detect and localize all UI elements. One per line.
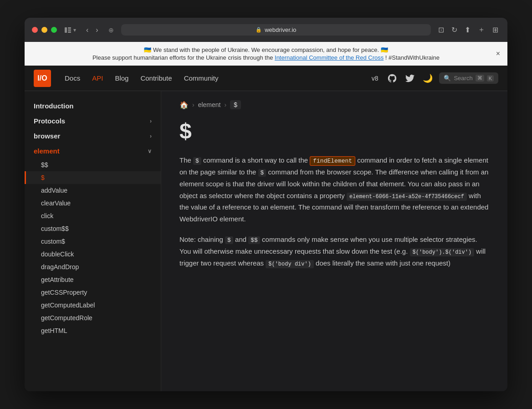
sidebar-sub-item-getcomputedlabel[interactable]: getComputedLabel	[25, 299, 161, 312]
sidebar-label-protocols: Protocols	[34, 117, 65, 125]
p2-code4: $('body div')	[266, 260, 314, 268]
page-title: $	[179, 118, 489, 143]
sidebar: Introduction Protocols › browser › eleme…	[25, 91, 161, 391]
p1-highlighted: findElement	[310, 156, 355, 166]
banner-text1: We stand with the people of Ukraine. We …	[153, 46, 379, 53]
minimize-button[interactable]	[41, 27, 47, 33]
chevron-right-icon: ›	[150, 133, 152, 139]
sidebar-sub-item-clearvalue[interactable]: clearValue	[25, 197, 161, 210]
banner-link[interactable]: International Committee of the Red Cross	[275, 54, 384, 61]
sidebar-sub-label: getHTML	[41, 327, 67, 334]
sidebar-sub-item-customdollar[interactable]: custom$$	[25, 222, 161, 235]
flag-left: 🇺🇦	[144, 46, 151, 53]
url-text: webdriver.io	[265, 26, 296, 33]
share-button[interactable]: ⬆	[463, 24, 472, 36]
p1-code2: $	[258, 169, 266, 177]
browser-window: ▾ ‹ › ⊕ 🔒 webdriver.io ⊡ ↻ ⬆ ＋ ⊞ 🇺🇦 We s…	[25, 18, 507, 391]
sidebar-sub-label: getComputedRole	[41, 314, 92, 322]
sidebar-sub-item-click[interactable]: click	[25, 210, 161, 222]
sidebar-item-protocols[interactable]: Protocols ›	[25, 113, 161, 128]
sidebar-sub-label: custom$$	[41, 225, 69, 232]
sidebar-sub-item-gethtml[interactable]: getHTML	[25, 324, 161, 337]
p2-end: does literally the same with just one re…	[314, 259, 450, 267]
github-icon[interactable]	[385, 72, 399, 85]
maximize-button[interactable]	[51, 27, 57, 33]
svg-rect-0	[65, 27, 67, 33]
nav-link-blog[interactable]: Blog	[110, 72, 133, 85]
browser-actions: ⊡ ↻ ⬆ ＋ ⊞	[436, 23, 500, 36]
site-logo[interactable]: I/O	[34, 70, 51, 87]
sidebar-sub-item-dollar[interactable]: $	[25, 171, 161, 184]
site-nav: I/O Docs API Blog Contribute Community v…	[25, 66, 507, 91]
breadcrumb-sep2: ›	[224, 101, 226, 108]
sidebar-sub-label: $$	[41, 161, 48, 169]
sidebar-sub-label: click	[41, 212, 53, 220]
sidebar-sub-item-getattribute[interactable]: getAttribute	[25, 273, 161, 286]
sidebar-label-browser: browser	[34, 132, 60, 140]
forward-button[interactable]: ›	[93, 24, 101, 36]
sidebar-sub-item-addvalue[interactable]: addValue	[25, 184, 161, 197]
nav-link-docs[interactable]: Docs	[60, 72, 85, 85]
sidebar-sub-label: getComputedLabel	[41, 302, 95, 309]
sidebar-sub-label: $	[41, 174, 45, 181]
nav-icons: 🌙 🔍 Search ⌘ K	[385, 72, 498, 85]
breadcrumb-element[interactable]: element	[198, 101, 221, 108]
window-controls	[32, 27, 57, 33]
search-placeholder: Search	[454, 75, 472, 82]
back-button[interactable]: ‹	[83, 24, 91, 36]
breadcrumb-home[interactable]: 🏠	[179, 101, 189, 109]
nav-links: Docs API Blog Contribute Community	[60, 72, 372, 85]
content-paragraph-1: The $ command is a short way to call the…	[179, 154, 489, 225]
content-paragraph-2: Note: chaining $ and $$ commands only ma…	[179, 234, 489, 269]
refresh-button[interactable]: ↻	[450, 24, 459, 36]
p2-pre: Note: chaining	[179, 235, 225, 243]
p2-mid1: and	[233, 235, 248, 243]
nav-arrows: ‹ ›	[83, 24, 101, 36]
lock-icon: 🔒	[256, 27, 262, 33]
shield-icon: ⊕	[107, 26, 116, 34]
banner-line1: 🇺🇦 We stand with the people of Ukraine. …	[43, 46, 489, 53]
chevron-down-icon: ∨	[148, 148, 152, 154]
banner-prefix: Please support humanitarian efforts for …	[92, 54, 275, 61]
nav-link-api[interactable]: API	[87, 72, 107, 85]
p1-long-code: element-6066-11e4-a52e-4f735466cecf	[347, 193, 467, 201]
close-button[interactable]	[32, 27, 38, 33]
search-kbd2: K	[487, 75, 494, 82]
address-bar[interactable]: 🔒 webdriver.io	[121, 24, 431, 36]
flag-right: 🇺🇦	[381, 46, 388, 53]
breadcrumb-current: $	[230, 100, 241, 109]
sidebar-sub-item-dollar-dollar[interactable]: $$	[25, 158, 161, 171]
banner-close-button[interactable]: ×	[496, 50, 500, 58]
sidebar-toggle-button[interactable]: ▾	[62, 25, 78, 36]
twitter-icon[interactable]	[404, 72, 416, 85]
translate-button[interactable]: ⊡	[436, 24, 446, 36]
svg-rect-3	[68, 31, 71, 33]
sidebar-sub-item-doubleclick[interactable]: doubleClick	[25, 248, 161, 261]
nav-link-community[interactable]: Community	[179, 72, 223, 85]
sidebar-item-introduction[interactable]: Introduction	[25, 98, 161, 113]
ukraine-banner: 🇺🇦 We stand with the people of Ukraine. …	[25, 42, 507, 66]
sidebar-sub-item-getcssp[interactable]: getCSSProperty	[25, 286, 161, 299]
p2-code2: $$	[248, 236, 260, 244]
version-badge: v8	[372, 75, 379, 82]
search-bar[interactable]: 🔍 Search ⌘ K	[439, 72, 498, 84]
p1-code1: $	[193, 157, 201, 165]
nav-link-contribute[interactable]: Contribute	[136, 72, 176, 85]
p1-pre: The	[179, 156, 193, 164]
browser-chrome: ▾ ‹ › ⊕ 🔒 webdriver.io ⊡ ↻ ⬆ ＋ ⊞	[25, 18, 507, 42]
sidebar-sub-label: doubleClick	[41, 251, 74, 258]
tabs-button[interactable]: ⊞	[491, 24, 500, 36]
sidebar-item-browser[interactable]: browser ›	[25, 128, 161, 143]
sidebar-sub-item-custom[interactable]: custom$	[25, 235, 161, 248]
sidebar-sub-item-draganddrop[interactable]: dragAndDrop	[25, 261, 161, 273]
sidebar-sub-label: custom$	[41, 238, 65, 245]
sidebar-label-element: element	[34, 147, 60, 155]
chevron-right-icon: ›	[150, 118, 152, 124]
dark-mode-icon[interactable]: 🌙	[421, 72, 435, 85]
banner-line2: Please support humanitarian efforts for …	[43, 54, 489, 61]
sidebar-label-introduction: Introduction	[34, 102, 73, 110]
new-tab-button[interactable]: ＋	[476, 23, 487, 36]
sidebar-sub-label: dragAndDrop	[41, 263, 79, 271]
sidebar-item-element[interactable]: element ∨	[25, 143, 161, 158]
sidebar-sub-item-getcomputedrole[interactable]: getComputedRole	[25, 312, 161, 324]
